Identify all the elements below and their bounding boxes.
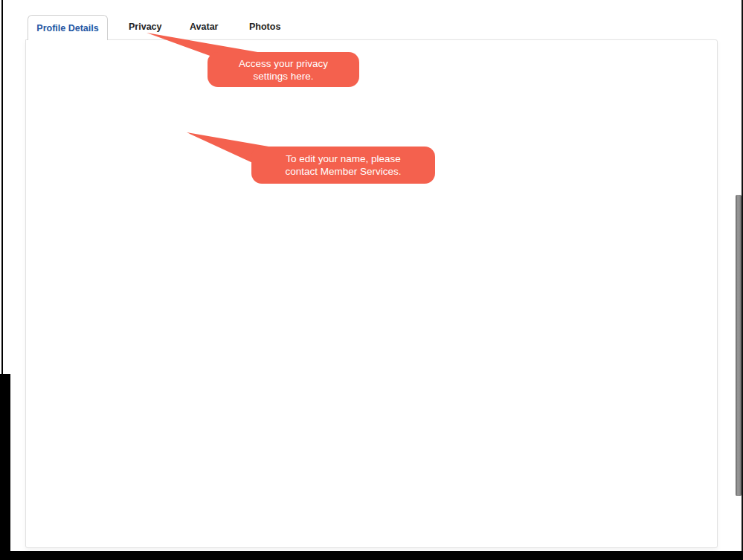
name-callout-line1: To edit your name, please — [286, 152, 401, 165]
name-callout-line2: contact Member Services. — [285, 165, 401, 178]
tab-privacy-label: Privacy — [129, 22, 161, 32]
tab-avatar-label: Avatar — [190, 22, 218, 32]
privacy-callout: Access your privacy settings here. — [208, 52, 359, 87]
name-callout: To edit your name, please contact Member… — [251, 147, 435, 184]
vertical-scrollbar-thumb[interactable] — [736, 195, 742, 496]
tab-avatar[interactable]: Avatar — [190, 22, 218, 32]
tab-photos[interactable]: Photos — [249, 22, 280, 32]
bottom-redaction-bar — [0, 551, 743, 560]
profile-details-panel — [25, 39, 718, 548]
tab-profile-details[interactable]: Profile Details — [28, 15, 108, 40]
tab-privacy[interactable]: Privacy — [129, 22, 161, 32]
left-redaction-bar — [0, 374, 10, 560]
privacy-callout-line1: Access your privacy — [239, 57, 328, 70]
tab-photos-label: Photos — [249, 22, 280, 32]
privacy-callout-line2: settings here. — [253, 70, 313, 83]
tab-profile-details-label: Profile Details — [36, 23, 98, 33]
profile-edit-page: Profile Details Privacy Avatar Photos Ed… — [0, 0, 743, 560]
